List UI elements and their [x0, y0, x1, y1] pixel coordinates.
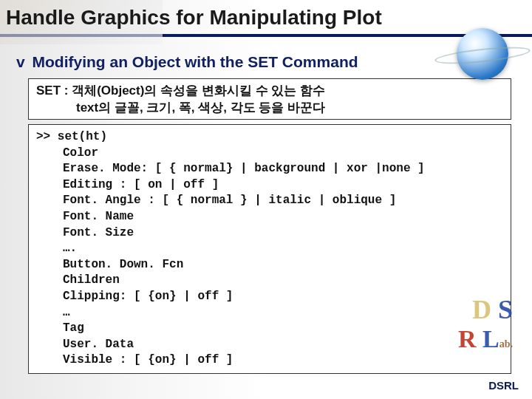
- code-line: Tag: [63, 321, 84, 335]
- code-line: …: [63, 306, 70, 319]
- code-output-box: >> set(ht) Color Erase. Mode: [ { normal…: [28, 124, 511, 374]
- lab-watermark: D S R Lab.: [458, 294, 513, 353]
- diamond-bullet-icon: v: [16, 53, 25, 70]
- wm-letter-l: L: [482, 325, 499, 352]
- wm-suffix: ab.: [499, 338, 513, 349]
- subtitle-text: Modifying an Object with the SET Command: [33, 53, 358, 70]
- code-line: Clipping: [ {on} | off ]: [63, 290, 233, 303]
- wm-letter-d: D: [472, 295, 491, 324]
- code-line: Button. Down. Fcn: [63, 258, 183, 271]
- code-line: Color: [63, 146, 98, 160]
- code-line: Editing : [ on | off ]: [63, 178, 219, 191]
- wm-letter-r: R: [458, 325, 477, 352]
- code-line: Font. Angle : [ { normal } | italic | ob…: [63, 194, 396, 207]
- slide-title: Handle Graphics for Manipulating Plot: [0, 0, 532, 33]
- code-line: Visible : [ {on} | off ]: [63, 353, 233, 366]
- globe-icon: [457, 28, 508, 80]
- description-box: SET : 객체(Object)의 속성을 변화시킬 수 있는 함수 text의…: [28, 78, 511, 120]
- code-line: Font. Name: [63, 210, 134, 223]
- code-line: Erase. Mode: [ { normal} | background | …: [63, 162, 425, 175]
- code-line: ….: [63, 242, 77, 255]
- wm-letter-s: S: [498, 295, 513, 324]
- description-line-1: SET : 객체(Object)의 속성을 변화시킬 수 있는 함수: [36, 82, 503, 99]
- code-line: Font. Size: [63, 226, 134, 239]
- code-line: User. Data: [63, 338, 134, 351]
- code-prompt-line: >> set(ht): [36, 130, 107, 143]
- description-line-2: text의 글꼴, 크기, 폭, 색상, 각도 등을 바꾼다: [36, 99, 503, 116]
- footer-lab-name: DSRL: [488, 379, 519, 392]
- code-line: Children: [63, 273, 120, 287]
